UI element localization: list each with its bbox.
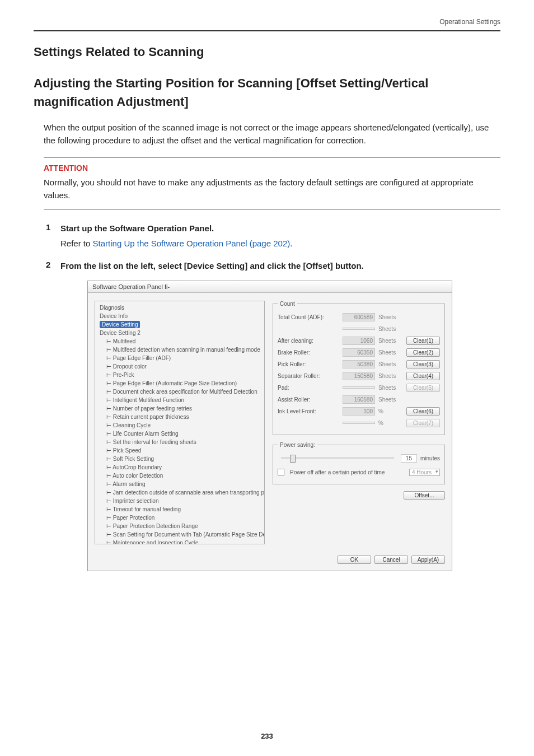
count-label: Pick Roller: xyxy=(278,361,339,367)
section-heading: Settings Related to Scanning xyxy=(34,45,500,59)
count-legend: Count xyxy=(278,301,297,307)
count-value: 600589 xyxy=(343,313,375,321)
clear-button[interactable]: Clear(2) xyxy=(406,348,440,357)
header-rule xyxy=(34,30,500,31)
step-2: From the list on the left, select [Devic… xyxy=(46,260,500,571)
attention-text: Normally, you should not have to make an… xyxy=(44,176,500,202)
step-1-link[interactable]: Starting Up the Software Operation Panel… xyxy=(93,239,291,248)
power-legend: Power saving: xyxy=(278,442,317,448)
count-fieldset: Count Total Count (ADF):600589SheetsShee… xyxy=(273,301,445,435)
tree-item[interactable]: ⊢ Jam detection outside of scannable are… xyxy=(97,488,262,497)
count-unit: Sheets xyxy=(378,385,403,391)
tree-item[interactable]: ⊢ Cleaning Cycle xyxy=(97,421,262,430)
tree-item[interactable]: ⊢ Paper Protection xyxy=(97,514,262,522)
step-1: Start up the Software Operation Panel. R… xyxy=(46,222,500,250)
poweroff-label: Power off after a certain period of time xyxy=(290,469,406,475)
attention-box: ATTENTION Normally, you should not have … xyxy=(44,157,500,211)
count-label: Pad: xyxy=(278,385,339,391)
tree-item[interactable]: ⊢ Maintenance and Inspection Cycle xyxy=(97,539,262,544)
step-1-body-suffix: . xyxy=(290,239,292,248)
tree-item[interactable]: ⊢ Dropout color xyxy=(97,362,262,371)
tree-item[interactable]: ⊢ Page Edge Filler (ADF) xyxy=(97,354,262,362)
count-label: Ink Level:Front: xyxy=(278,408,339,414)
tree-item[interactable]: ⊢ Pick Speed xyxy=(97,446,262,455)
count-unit: Sheets xyxy=(378,338,403,344)
apply-button[interactable]: Apply(A) xyxy=(411,556,445,564)
tree-item[interactable]: ⊢ Alarm setting xyxy=(97,480,262,488)
tree-item[interactable]: ⊢ Paper Protection Detection Range xyxy=(97,522,262,530)
tree-item[interactable]: ⊢ Page Edge Filler (Automatic Page Size … xyxy=(97,379,262,388)
tree-item[interactable]: ⊢ Set the interval for feeding sheets xyxy=(97,438,262,446)
count-value xyxy=(343,386,375,389)
tree-item[interactable]: ⊢ Pre-Pick xyxy=(97,371,262,379)
tree-item[interactable]: ⊢ Scan Setting for Document with Tab (Au… xyxy=(97,530,262,539)
count-unit: Sheets xyxy=(378,373,403,379)
count-row: Separator Roller:150580SheetsClear(4) xyxy=(278,370,440,382)
count-value: 160580 xyxy=(343,395,375,404)
count-label: Brake Roller: xyxy=(278,349,339,356)
poweroff-dropdown[interactable]: 4 Hours xyxy=(409,469,440,476)
clear-button[interactable]: Clear(1) xyxy=(406,337,440,345)
settings-tree[interactable]: DiagnosisDevice InfoDevice SettingDevice… xyxy=(95,301,265,544)
power-value: 15 xyxy=(401,454,417,463)
tree-item[interactable]: ⊢ Number of paper feeding retries xyxy=(97,404,262,413)
sop-dialog: Software Operation Panel fi- DiagnosisDe… xyxy=(87,281,452,571)
count-row: Total Count (ADF):600589Sheets xyxy=(278,311,440,323)
count-unit: Sheets xyxy=(378,396,403,403)
count-value: 150580 xyxy=(343,372,375,380)
count-value: 1060 xyxy=(343,337,375,345)
page-number: 233 xyxy=(0,732,534,740)
tree-item[interactable]: ⊢ Soft Pick Setting xyxy=(97,455,262,463)
power-slider[interactable] xyxy=(281,457,394,459)
count-row: Pad:SheetsClear(5) xyxy=(278,382,440,394)
count-unit: % xyxy=(378,420,403,426)
tree-item[interactable]: ⊢ Timeout for manual feeding xyxy=(97,505,262,514)
tree-item[interactable]: Device Setting 2 xyxy=(97,329,262,337)
count-unit: % xyxy=(378,408,403,414)
count-value: 60350 xyxy=(343,348,375,357)
tree-item[interactable]: Device Info xyxy=(97,312,262,320)
power-fieldset: Power saving: 15 minutes xyxy=(273,442,445,484)
count-row: Brake Roller:60350SheetsClear(2) xyxy=(278,347,440,358)
count-value xyxy=(343,328,375,330)
count-unit: Sheets xyxy=(378,349,403,356)
tree-item[interactable]: ⊢ Retain current paper thickness xyxy=(97,413,262,421)
count-value: 50380 xyxy=(343,360,375,368)
count-value xyxy=(343,422,375,424)
cancel-button[interactable]: Cancel xyxy=(374,556,408,564)
intro-paragraph: When the output position of the scanned … xyxy=(44,121,500,147)
ok-button[interactable]: OK xyxy=(338,556,371,564)
clear-button[interactable]: Clear(4) xyxy=(406,372,440,380)
count-label: After cleaning: xyxy=(278,338,339,344)
step-2-title: From the list on the left, select [Devic… xyxy=(60,260,500,273)
step-1-title: Start up the Software Operation Panel. xyxy=(60,222,500,235)
clear-button[interactable]: Clear(3) xyxy=(406,360,440,368)
count-label: Assist Roller: xyxy=(278,396,339,403)
tree-item[interactable]: Diagnosis xyxy=(97,304,262,312)
tree-item[interactable]: Device Setting xyxy=(97,320,262,329)
tree-item[interactable]: ⊢ Intelligent Multifeed Function xyxy=(97,396,262,404)
count-row: After cleaning:1060SheetsClear(1) xyxy=(278,335,440,347)
tree-item[interactable]: ⊢ Document check area specification for … xyxy=(97,388,262,396)
poweroff-checkbox[interactable] xyxy=(278,469,284,475)
count-unit: Sheets xyxy=(378,361,403,367)
step-1-body: Refer to Starting Up the Software Operat… xyxy=(60,237,500,250)
tree-item[interactable]: ⊢ AutoCrop Boundary xyxy=(97,463,262,472)
count-label: Separator Roller: xyxy=(278,373,339,379)
count-row: Assist Roller:160580Sheets xyxy=(278,394,440,405)
tree-item[interactable]: ⊢ Auto color Detection xyxy=(97,472,262,480)
clear-button[interactable]: Clear(6) xyxy=(406,407,440,416)
step-1-body-prefix: Refer to xyxy=(60,239,93,248)
attention-label: ATTENTION xyxy=(44,164,500,172)
count-unit: Sheets xyxy=(378,314,403,320)
power-slider-thumb[interactable] xyxy=(290,455,296,463)
count-row: Pick Roller:50380SheetsClear(3) xyxy=(278,358,440,370)
count-value: 100 xyxy=(343,407,375,416)
tree-item[interactable]: ⊢ Imprinter selection xyxy=(97,497,262,505)
offset-button[interactable]: Offset... xyxy=(404,491,445,500)
tree-item[interactable]: ⊢ Multifeed xyxy=(97,337,262,346)
tree-item[interactable]: ⊢ Life Counter Alarm Setting xyxy=(97,430,262,438)
tree-item[interactable]: ⊢ Multifeed detection when scanning in m… xyxy=(97,346,262,354)
count-row: Sheets xyxy=(278,323,440,335)
count-unit: Sheets xyxy=(378,326,403,332)
